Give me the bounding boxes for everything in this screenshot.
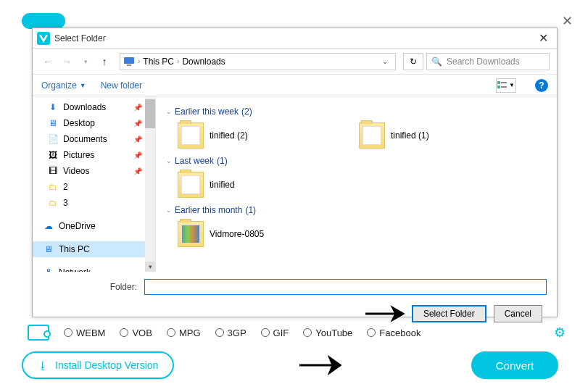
download-icon: ⬇ xyxy=(47,101,59,113)
radio-icon xyxy=(303,328,312,337)
radio-icon xyxy=(215,328,224,337)
pin-icon: 📌 xyxy=(133,104,142,112)
folder-input[interactable] xyxy=(144,279,547,295)
desktop-icon: 🖥 xyxy=(47,117,59,129)
chevron-down-icon: ⌄ xyxy=(166,157,172,164)
radio-icon xyxy=(120,328,128,337)
search-icon: 🔍 xyxy=(431,57,442,67)
radio-icon xyxy=(261,328,270,337)
select-folder-button[interactable]: Select Folder xyxy=(412,305,486,322)
view-options-button[interactable]: ▼ xyxy=(496,78,516,93)
format-mpg[interactable]: MPG xyxy=(167,328,201,338)
close-icon[interactable]: ✕ xyxy=(534,31,552,45)
folder-tinified-2[interactable]: tinified (2) xyxy=(178,120,323,151)
breadcrumb[interactable]: › This PC › Downloads ⌄ xyxy=(120,53,396,70)
folder-label: Folder: xyxy=(43,282,137,292)
format-youtube[interactable]: YouTube xyxy=(303,328,352,338)
folder-tinified-1[interactable]: tinified (1) xyxy=(359,120,504,151)
document-icon: 📄 xyxy=(47,133,59,145)
sidebar-item-folder-3[interactable]: 🗀 3 xyxy=(33,195,155,211)
chevron-right-icon: › xyxy=(138,57,140,65)
annotation-arrow xyxy=(364,305,405,322)
recent-dropdown[interactable]: ▾ xyxy=(78,54,94,70)
help-icon[interactable]: ? xyxy=(535,79,548,92)
sidebar-item-pictures[interactable]: 🖼 Pictures 📌 xyxy=(33,147,155,163)
sidebar-scrollbar[interactable]: ▾ xyxy=(145,96,155,272)
radio-icon xyxy=(367,328,376,337)
format-vob[interactable]: VOB xyxy=(120,328,152,338)
scrollbar-thumb[interactable] xyxy=(145,99,155,128)
svg-rect-1 xyxy=(127,64,131,66)
picture-icon: 🖼 xyxy=(47,149,59,161)
nav-toolbar: ← → ▾ ↑ › This PC › Downloads ⌄ ↻ 🔍 Sear… xyxy=(33,49,557,75)
svg-rect-3 xyxy=(501,82,507,83)
folder-icon xyxy=(359,122,385,149)
search-placeholder: Search Downloads xyxy=(447,57,520,67)
group-earlier-this-month[interactable]: ⌄ Earlier this month (1) xyxy=(166,205,547,215)
search-input[interactable]: 🔍 Search Downloads xyxy=(426,53,550,70)
group-earlier-this-week[interactable]: ⌄ Earlier this week (2) xyxy=(166,107,547,117)
sidebar-item-videos[interactable]: 🎞 Videos 📌 xyxy=(33,163,155,179)
chevron-down-icon: ▼ xyxy=(80,82,86,89)
folder-vidmore[interactable]: Vidmore-0805 xyxy=(178,218,323,250)
folder-icon xyxy=(178,172,204,198)
svg-rect-2 xyxy=(497,81,500,84)
format-gif[interactable]: GIF xyxy=(261,328,289,338)
cancel-button[interactable]: Cancel xyxy=(494,305,542,322)
install-desktop-button[interactable]: ⭳ Install Desktop Version xyxy=(22,351,174,379)
pc-icon xyxy=(123,56,135,67)
breadcrumb-root[interactable]: This PC xyxy=(143,57,174,67)
sidebar-item-this-pc[interactable]: 🖥 This PC xyxy=(33,241,155,257)
refresh-button[interactable]: ↻ xyxy=(403,53,423,70)
chevron-down-icon: ▼ xyxy=(509,82,515,88)
chevron-down-icon: ⌄ xyxy=(166,207,172,214)
chevron-right-icon: › xyxy=(177,57,179,65)
titlebar: Select Folder ✕ xyxy=(33,28,557,49)
radio-icon xyxy=(167,328,175,337)
svg-rect-0 xyxy=(124,57,134,64)
svg-rect-4 xyxy=(497,86,500,88)
pin-icon: 📌 xyxy=(133,120,142,128)
up-button[interactable]: ↑ xyxy=(96,54,112,70)
group-last-week[interactable]: ⌄ Last week (1) xyxy=(166,156,547,166)
organize-dropdown[interactable]: Organize ▼ xyxy=(41,80,86,91)
sidebar-item-onedrive[interactable]: ☁ OneDrive xyxy=(33,218,155,234)
bg-partial-button xyxy=(22,13,65,29)
video-format-icon xyxy=(28,325,49,341)
folder-tinified[interactable]: tinified xyxy=(178,169,323,201)
view-icon xyxy=(497,81,508,90)
download-icon: ⭳ xyxy=(38,359,48,371)
back-button[interactable]: ← xyxy=(40,54,56,70)
pin-icon: 📌 xyxy=(133,151,142,159)
folder-content-pane[interactable]: ⌄ Earlier this week (2) tinified (2) tin… xyxy=(156,96,557,272)
sidebar-item-desktop[interactable]: 🖥 Desktop 📌 xyxy=(33,115,155,131)
pin-icon: 📌 xyxy=(133,135,142,143)
video-icon: 🎞 xyxy=(47,165,59,177)
format-facebook[interactable]: Facebook xyxy=(367,328,420,338)
organize-toolbar: Organize ▼ New folder ▼ ? xyxy=(33,75,557,96)
format-3gp[interactable]: 3GP xyxy=(215,328,246,338)
sidebar-item-folder-2[interactable]: 🗀 2 xyxy=(33,179,155,195)
sidebar-item-downloads[interactable]: ⬇ Downloads 📌 xyxy=(33,99,155,115)
select-folder-dialog: Select Folder ✕ ← → ▾ ↑ › This PC › Down… xyxy=(32,28,558,317)
sidebar-item-documents[interactable]: 📄 Documents 📌 xyxy=(33,131,155,147)
chevron-down-icon[interactable]: ⌄ xyxy=(382,57,392,65)
bottom-row: ⭳ Install Desktop Version Convert xyxy=(22,351,558,379)
pc-icon: 🖥 xyxy=(43,243,54,255)
chevron-down-icon: ⌄ xyxy=(166,108,172,115)
pin-icon: 📌 xyxy=(133,167,142,175)
format-webm[interactable]: WEBM xyxy=(64,328,105,338)
folder-icon: 🗀 xyxy=(47,181,59,193)
convert-button[interactable]: Convert xyxy=(471,351,558,379)
new-folder-button[interactable]: New folder xyxy=(101,80,142,91)
forward-button: → xyxy=(59,54,75,70)
folder-icon xyxy=(178,221,204,247)
bg-close-icon[interactable]: ✕ xyxy=(562,13,573,29)
scroll-down-icon[interactable]: ▾ xyxy=(145,262,155,272)
breadcrumb-current[interactable]: Downloads xyxy=(182,57,225,67)
app-logo-icon xyxy=(37,32,50,45)
gear-icon[interactable]: ⚙ xyxy=(554,325,566,341)
dialog-footer: Folder: Select Folder Cancel xyxy=(33,272,557,330)
sidebar: ⬇ Downloads 📌 🖥 Desktop 📌 📄 Documents 📌 … xyxy=(33,96,156,272)
sidebar-item-network[interactable]: 🖧 Network xyxy=(33,264,155,272)
